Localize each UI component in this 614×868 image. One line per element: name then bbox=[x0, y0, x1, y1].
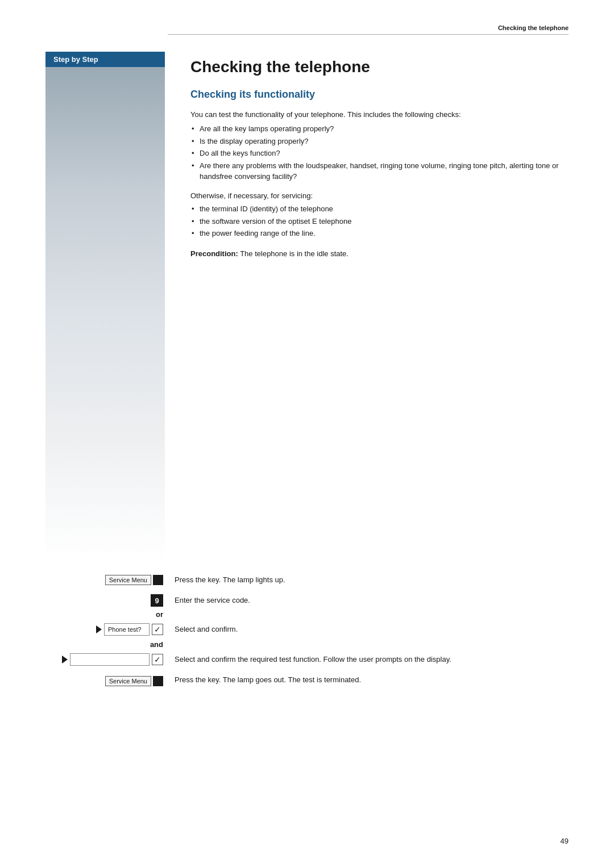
or-row: or bbox=[45, 610, 569, 619]
list-item: • Do all the keys function? bbox=[190, 148, 569, 159]
checkmark-box-2: ✓ bbox=[152, 654, 163, 665]
triangle-arrow-1 bbox=[96, 625, 102, 633]
service-menu-widget-1: Service Menu bbox=[105, 575, 163, 585]
black-square-2 bbox=[153, 676, 163, 686]
servicing-text: Otherwise, if necessary, for servicing: bbox=[190, 190, 569, 202]
service-menu-box-1: Service Menu bbox=[105, 575, 151, 585]
checkmark-box-1: ✓ bbox=[152, 624, 163, 635]
step-right-5: Press the key. The lamp goes out. The te… bbox=[168, 675, 569, 685]
page-title: Checking the telephone bbox=[190, 57, 569, 77]
bullets-2: • the terminal ID (identity) of the tele… bbox=[190, 203, 569, 239]
or-label-left: or bbox=[45, 610, 168, 619]
steps-section: Service Menu Press the key. The lamp lig… bbox=[45, 573, 569, 690]
step-right-3: Select and confirm. bbox=[168, 624, 569, 635]
list-item: • the terminal ID (identity) of the tele… bbox=[190, 203, 569, 215]
empty-input-box bbox=[70, 653, 150, 666]
bullets-1: • Are all the key lamps operating proper… bbox=[190, 123, 569, 182]
step-right-2: Enter the service code. bbox=[168, 595, 569, 606]
step-row-5: Service Menu Press the key. The lamp goe… bbox=[45, 675, 569, 690]
list-item: • Are all the key lamps operating proper… bbox=[190, 123, 569, 135]
precondition-text: Precondition: The telephone is in the id… bbox=[190, 248, 569, 260]
step-by-step-banner: Step by Step bbox=[45, 52, 165, 67]
step-right-4: Select and confirm the required test fun… bbox=[168, 654, 569, 665]
intro-text: You can test the functionality of your t… bbox=[190, 109, 569, 120]
service-menu-box-2: Service Menu bbox=[105, 676, 151, 686]
list-item: • Are there any problems with the loudsp… bbox=[190, 160, 569, 182]
step-row-1: Service Menu Press the key. The lamp lig… bbox=[45, 573, 569, 587]
step-row-4: ✓ Select and confirm the required test f… bbox=[45, 652, 569, 667]
page-number: 49 bbox=[561, 837, 569, 845]
step-row-2: 9 Enter the service code. bbox=[45, 593, 569, 608]
and-label-left: and bbox=[45, 640, 168, 649]
step-row-3: Phone test? ✓ Select and confirm. bbox=[45, 622, 569, 637]
sidebar-gradient bbox=[45, 67, 165, 561]
number-badge: 9 bbox=[151, 594, 163, 607]
step-left-5: Service Menu bbox=[45, 675, 168, 686]
service-menu-widget-2: Service Menu bbox=[105, 676, 163, 686]
step-left-3: Phone test? ✓ bbox=[45, 623, 168, 636]
black-square-1 bbox=[153, 575, 163, 585]
step-left-4: ✓ bbox=[45, 653, 168, 666]
step-left-1: Service Menu bbox=[45, 575, 168, 585]
sidebar: Step by Step bbox=[45, 52, 168, 561]
phone-test-input: Phone test? bbox=[104, 623, 150, 636]
list-item: • Is the display operating properly? bbox=[190, 136, 569, 147]
step-left-2: 9 bbox=[45, 594, 168, 607]
list-item: • the software version of the optiset E … bbox=[190, 216, 569, 227]
list-item: • the power feeding range of the line. bbox=[190, 228, 569, 239]
content-area: Checking the telephone Checking its func… bbox=[168, 52, 569, 561]
triangle-arrow-2 bbox=[62, 656, 68, 663]
page-container: Checking the telephone Step by Step Chec… bbox=[0, 0, 614, 868]
step-right-1: Press the key. The lamp lights up. bbox=[168, 575, 569, 585]
and-row: and bbox=[45, 640, 569, 649]
top-header-label: Checking the telephone bbox=[498, 24, 569, 31]
section-title: Checking its functionality bbox=[190, 88, 569, 101]
